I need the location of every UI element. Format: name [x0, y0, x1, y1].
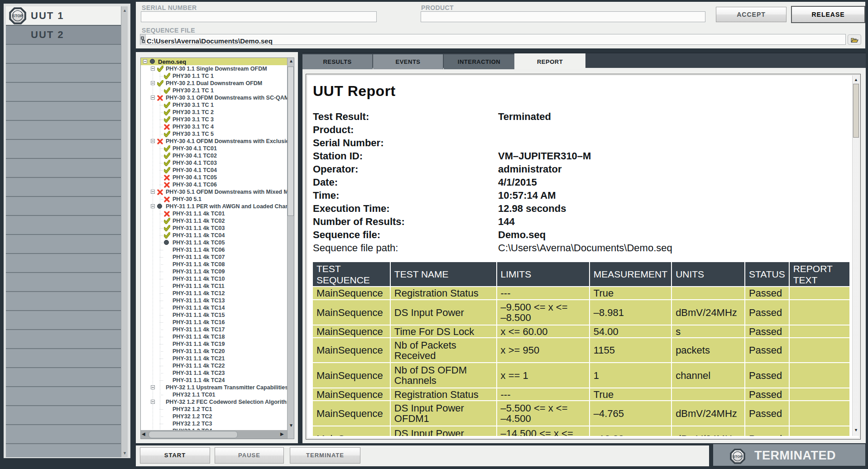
svg-text:STOP: STOP	[733, 455, 742, 459]
svg-text:STOP: STOP	[12, 14, 23, 18]
